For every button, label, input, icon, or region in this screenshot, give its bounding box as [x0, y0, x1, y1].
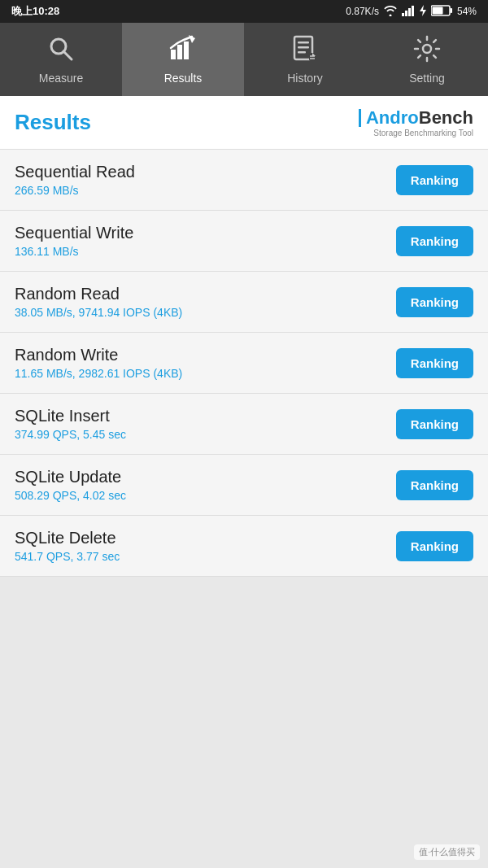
- result-item: SQLite Insert 374.99 QPS, 5.45 sec Ranki…: [0, 394, 488, 455]
- tab-measure-label: Measure: [39, 72, 83, 85]
- svg-rect-16: [298, 46, 309, 49]
- tab-setting-label: Setting: [409, 72, 445, 85]
- status-bar: 晚上10:28 0.87K/s: [0, 0, 488, 23]
- result-value: 38.05 MB/s, 9741.94 IOPS (4KB): [15, 306, 182, 319]
- ranking-button[interactable]: Ranking: [396, 165, 473, 195]
- tab-results-label: Results: [164, 72, 203, 85]
- ranking-button[interactable]: Ranking: [396, 348, 473, 378]
- svg-rect-3: [412, 6, 414, 16]
- logo-text: AndroBench: [366, 107, 473, 129]
- result-name: SQLite Update: [15, 468, 126, 486]
- ranking-button[interactable]: Ranking: [396, 409, 473, 439]
- svg-rect-2: [408, 8, 411, 16]
- search-icon: [47, 35, 75, 67]
- result-item: Sequential Write 136.11 MB/s Ranking: [0, 211, 488, 272]
- result-item: Random Read 38.05 MB/s, 9741.94 IOPS (4K…: [0, 272, 488, 333]
- result-name: SQLite Delete: [15, 529, 120, 547]
- result-name: SQLite Insert: [15, 407, 126, 425]
- signal-icon: [402, 5, 415, 19]
- tab-measure[interactable]: Measure: [0, 23, 122, 96]
- tab-history[interactable]: History: [244, 23, 366, 96]
- result-name: Random Read: [15, 285, 182, 303]
- status-time: 晚上10:28: [11, 4, 59, 19]
- result-value: 374.99 QPS, 5.45 sec: [15, 428, 126, 441]
- logo-subtitle: Storage Benchmarking Tool: [373, 129, 473, 137]
- svg-line-9: [63, 51, 72, 59]
- result-info: Random Write 11.65 MB/s, 2982.61 IOPS (4…: [15, 346, 182, 380]
- svg-rect-7: [432, 7, 442, 14]
- result-info: SQLite Insert 374.99 QPS, 5.45 sec: [15, 407, 126, 441]
- status-speed: 0.87K/s: [346, 6, 379, 17]
- result-info: Sequential Read 266.59 MB/s: [15, 163, 135, 197]
- battery-percent: 54%: [457, 6, 477, 17]
- result-value: 11.65 MB/s, 2982.61 IOPS (4KB): [15, 367, 182, 380]
- gear-icon: [413, 35, 441, 67]
- results-list: Sequential Read 266.59 MB/s Ranking Sequ…: [0, 150, 488, 577]
- document-icon: [293, 35, 317, 67]
- bolt-icon: [420, 5, 426, 19]
- result-item: Random Write 11.65 MB/s, 2982.61 IOPS (4…: [0, 333, 488, 394]
- svg-rect-6: [450, 8, 452, 13]
- tab-setting[interactable]: Setting: [366, 23, 488, 96]
- result-value: 136.11 MB/s: [15, 245, 133, 258]
- svg-point-22: [423, 45, 431, 53]
- svg-rect-1: [405, 11, 407, 16]
- result-value: 266.59 MB/s: [15, 184, 135, 197]
- result-item: SQLite Update 508.29 QPS, 4.02 sec Ranki…: [0, 455, 488, 516]
- result-info: SQLite Delete 541.7 QPS, 3.77 sec: [15, 529, 120, 563]
- result-name: Sequential Read: [15, 163, 135, 181]
- result-item: Sequential Read 266.59 MB/s Ranking: [0, 150, 488, 211]
- result-name: Random Write: [15, 346, 182, 364]
- logo: AndroBench Storage Benchmarking Tool: [359, 107, 473, 137]
- svg-rect-12: [184, 41, 189, 59]
- status-right: 0.87K/s: [346, 5, 477, 19]
- result-value: 508.29 QPS, 4.02 sec: [15, 489, 126, 502]
- result-name: Sequential Write: [15, 224, 133, 242]
- tab-history-label: History: [287, 72, 323, 85]
- result-info: SQLite Update 508.29 QPS, 4.02 sec: [15, 468, 126, 502]
- tab-results[interactable]: Results: [122, 23, 244, 96]
- ranking-button[interactable]: Ranking: [396, 226, 473, 256]
- logo-text-andro: Andro: [366, 107, 419, 128]
- svg-rect-15: [298, 41, 309, 44]
- chart-icon: [169, 35, 197, 67]
- logo-bar: [359, 109, 361, 127]
- page-title: Results: [15, 110, 91, 135]
- watermark: 值·什么值得买: [414, 844, 480, 860]
- tab-bar: Measure Results: [0, 23, 488, 96]
- logo-wrapper: AndroBench: [359, 107, 473, 129]
- logo-text-bench: Bench: [419, 107, 473, 128]
- wifi-icon: [384, 5, 397, 19]
- page-header: Results AndroBench Storage Benchmarking …: [0, 96, 488, 150]
- result-info: Random Read 38.05 MB/s, 9741.94 IOPS (4K…: [15, 285, 182, 319]
- result-item: SQLite Delete 541.7 QPS, 3.77 sec Rankin…: [0, 516, 488, 577]
- svg-rect-0: [402, 13, 404, 16]
- result-value: 541.7 QPS, 3.77 sec: [15, 550, 120, 563]
- battery-icon: [431, 5, 452, 19]
- svg-rect-17: [298, 51, 306, 54]
- ranking-button[interactable]: Ranking: [396, 470, 473, 500]
- ranking-button[interactable]: Ranking: [396, 531, 473, 561]
- svg-rect-10: [171, 50, 176, 59]
- ranking-button[interactable]: Ranking: [396, 287, 473, 317]
- svg-marker-4: [420, 5, 426, 16]
- svg-rect-11: [177, 45, 182, 59]
- result-info: Sequential Write 136.11 MB/s: [15, 224, 133, 258]
